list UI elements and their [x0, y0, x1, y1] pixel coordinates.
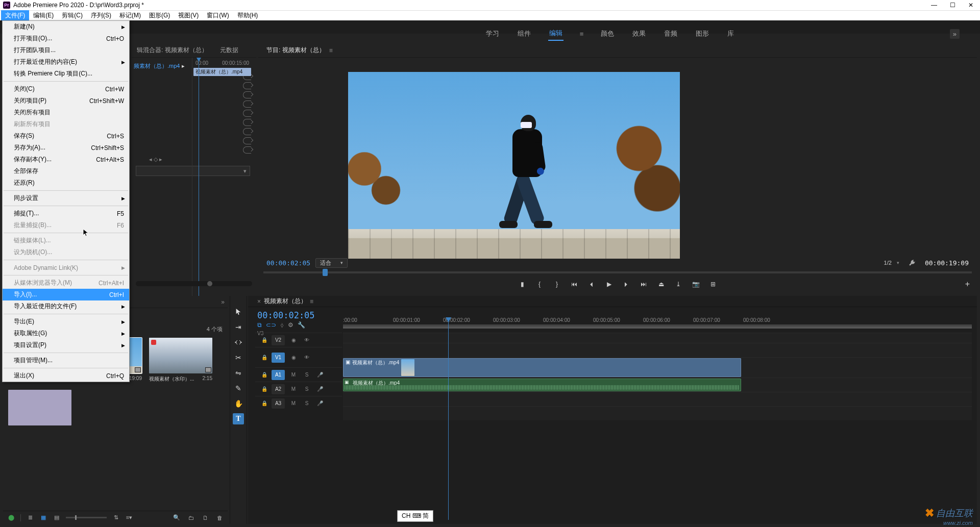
project-item[interactable]: 视频素材（水印）...2:15: [149, 338, 212, 383]
program-video-frame[interactable]: [348, 72, 680, 259]
ec-scrollbar[interactable]: [136, 281, 252, 286]
file-menu-item[interactable]: 保存副本(Y)...Ctrl+Alt+S: [3, 154, 129, 165]
tool-select[interactable]: [233, 306, 244, 317]
toggle-output-icon[interactable]: ◉: [289, 337, 298, 344]
menubar[interactable]: 文件(F)编辑(E)剪辑(C)序列(S)标记(M)图形(G)视图(V)窗口(W)…: [0, 10, 980, 20]
track-header-A3[interactable]: 🔒A3MS🎤: [255, 396, 342, 410]
timeline-wrench-icon[interactable]: 🔧: [298, 321, 305, 329]
ec-playhead[interactable]: [199, 58, 199, 297]
timeline-tool-icons[interactable]: ⧉ ⊂⊃ ⎀ ⚙ 🔧: [257, 321, 305, 329]
play-caret-icon[interactable]: ▸: [182, 63, 185, 69]
file-menu-item[interactable]: 同步设置▶: [3, 192, 129, 204]
settings-wrench-icon[interactable]: [909, 259, 916, 266]
transport-mark-in[interactable]: ▮: [517, 279, 527, 289]
track-header-A1[interactable]: 🔒A1MS🎤: [255, 367, 342, 382]
timeline-work-area-bar[interactable]: [343, 327, 972, 329]
workspace-tab-效果[interactable]: 效果: [631, 27, 647, 40]
file-menu-item[interactable]: 关闭所有项目: [3, 107, 129, 118]
footer-newitem-icon[interactable]: 🗋: [201, 514, 209, 521]
file-menu-item[interactable]: 打开项目(O)...Ctrl+O: [3, 33, 129, 44]
lock-icon[interactable]: 🔒: [261, 400, 267, 406]
tool-hand[interactable]: ✋: [233, 398, 244, 409]
file-menu-item[interactable]: 还原(R): [3, 177, 129, 189]
footer-autosize-icon[interactable]: ≡▾: [125, 514, 133, 521]
program-timecode[interactable]: 00:00:02:05: [266, 259, 310, 267]
workspace-menu-icon[interactable]: ≡: [580, 30, 584, 38]
lane-v3[interactable]: [343, 333, 972, 343]
workspace-tab-学习[interactable]: 学习: [485, 27, 500, 40]
voice-icon[interactable]: 🎤: [315, 386, 325, 393]
menu-item-7[interactable]: 窗口(W): [203, 10, 233, 21]
toggle-output-icon[interactable]: ◉: [289, 354, 298, 361]
menu-item-2[interactable]: 剪辑(C): [58, 10, 87, 21]
video-clip[interactable]: ▣ 视频素材（总）.mp4: [343, 358, 741, 377]
audio-clip[interactable]: ▣ 视频素材（总）.mp4: [343, 379, 741, 391]
program-tab-menu-icon[interactable]: ≡: [329, 47, 333, 54]
file-menu-item[interactable]: 打开团队项目...: [3, 44, 129, 56]
lock-icon[interactable]: 🔒: [261, 337, 267, 343]
menu-item-5[interactable]: 图形(G): [145, 10, 174, 21]
lane-a1[interactable]: ▣ 视频素材（总）.mp4: [343, 378, 972, 392]
footer-newbin-icon[interactable]: 🗀: [187, 514, 195, 521]
timeline-sequence-tab[interactable]: 视频素材（总）: [264, 297, 307, 306]
lane-v1[interactable]: ▣ 视频素材（总）.mp4: [343, 357, 972, 378]
effect-controls-tabs[interactable]: 辑混合器: 视频素材（总） 元数据: [132, 43, 256, 58]
voice-icon[interactable]: 🎤: [315, 371, 325, 379]
file-menu-item[interactable]: 导入(I)...Ctrl+I: [3, 289, 129, 300]
file-menu-item[interactable]: 保存(S)Ctrl+S: [3, 130, 129, 142]
mute-icon[interactable]: M: [289, 400, 298, 407]
track-header-V2[interactable]: 🔒V2◉👁: [255, 333, 342, 347]
program-tabs[interactable]: 节目: 视频素材（总） ≡: [258, 43, 977, 58]
timeline-tracks[interactable]: ▣ 视频素材（总）.mp4 ▣ 视频素材（总）.mp4: [343, 333, 972, 519]
lane-a2[interactable]: [343, 392, 972, 406]
project-item[interactable]: [8, 390, 71, 425]
transport-▸▸|[interactable]: ⏭: [639, 279, 649, 289]
project-thumb[interactable]: [8, 390, 71, 425]
workspace-tab-图形[interactable]: 图形: [695, 27, 710, 40]
track-header-V1[interactable]: 🔒V1◉👁: [255, 347, 342, 367]
transport-extract[interactable]: ⤓: [673, 279, 683, 289]
file-menu-item[interactable]: 新建(N)▶: [3, 21, 129, 33]
solo-icon[interactable]: S: [302, 400, 311, 407]
solo-icon[interactable]: S: [302, 371, 311, 379]
track-target[interactable]: A2: [272, 384, 285, 394]
track-target[interactable]: V1: [272, 353, 285, 363]
timeline-tabs[interactable]: × 视频素材（总） ≡: [248, 296, 977, 307]
program-mini-timeline[interactable]: [263, 269, 972, 276]
toggle-eye-icon[interactable]: 👁: [302, 354, 311, 361]
file-menu-item[interactable]: 获取属性(G)▶: [3, 328, 129, 339]
lane-a3[interactable]: [343, 406, 972, 420]
tool-slip[interactable]: ⇋: [233, 367, 244, 379]
lock-icon[interactable]: 🔒: [261, 386, 267, 392]
voice-icon[interactable]: 🎤: [315, 400, 325, 407]
solo-icon[interactable]: S: [302, 386, 311, 393]
file-menu-item[interactable]: 关闭(C)Ctrl+W: [3, 83, 129, 95]
footer-search-icon[interactable]: 🔍: [173, 514, 181, 521]
menu-item-1[interactable]: 编辑(E): [29, 10, 58, 21]
transport-}[interactable]: }: [552, 279, 562, 289]
footer-trash-icon[interactable]: 🗑: [215, 514, 224, 521]
timeline-ruler[interactable]: :00:0000:00:01:0000:00:02:0000:00:03:000…: [343, 317, 972, 327]
tool-track-select[interactable]: ⇥: [233, 321, 244, 333]
timeline-tab-menu-icon[interactable]: ≡: [310, 298, 313, 305]
footer-freeform-icon[interactable]: ▤: [53, 514, 61, 521]
workspace-tab-颜色[interactable]: 颜色: [600, 27, 615, 40]
tool-pen[interactable]: ✎: [233, 383, 244, 394]
footer-sort-icon[interactable]: ⇅: [112, 514, 120, 521]
file-menu-item[interactable]: 转换 Premiere Clip 项目(C)...: [3, 68, 129, 80]
file-menu-item[interactable]: 导出(E)▶: [3, 316, 129, 328]
lock-icon[interactable]: 🔒: [261, 355, 267, 360]
lock-icon[interactable]: 🔒: [261, 372, 267, 378]
file-menu-item[interactable]: 退出(X)Ctrl+Q: [3, 370, 129, 382]
workspace-tab-库[interactable]: 库: [726, 27, 735, 40]
settings-gear-icon[interactable]: ⚙: [288, 321, 293, 329]
file-menu-item[interactable]: 关闭项目(P)Ctrl+Shift+W: [3, 95, 129, 107]
file-menu-item[interactable]: 项目设置(P)▶: [3, 339, 129, 351]
track-target[interactable]: A3: [272, 398, 285, 409]
footer-listview-icon[interactable]: ≣: [26, 514, 34, 521]
transport-{[interactable]: {: [534, 279, 545, 289]
menu-item-3[interactable]: 序列(S): [87, 10, 115, 21]
snap-icon[interactable]: ⧉: [257, 321, 262, 329]
tool-type[interactable]: T: [233, 413, 244, 424]
file-menu-item[interactable]: 打开最近使用的内容(E)▶: [3, 56, 129, 68]
